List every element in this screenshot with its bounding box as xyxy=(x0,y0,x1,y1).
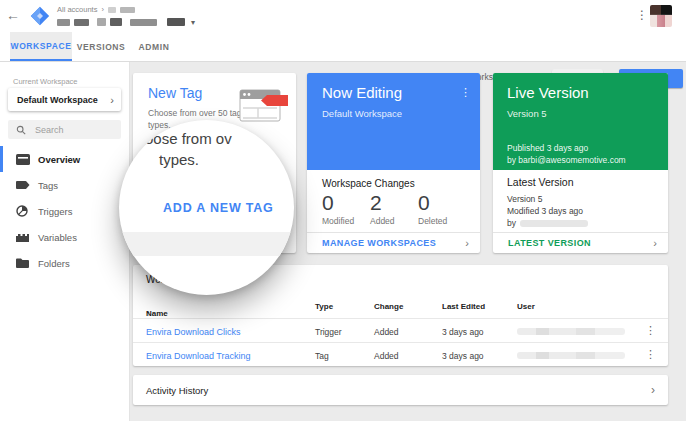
sort-ascending-icon: ↑ xyxy=(146,309,150,318)
stat-label: Deleted xyxy=(418,216,447,226)
tab-admin[interactable]: ADMIN xyxy=(130,32,178,61)
latest-version-heading: Latest Version xyxy=(507,176,574,188)
new-tag-title: New Tag xyxy=(148,85,202,101)
column-change[interactable]: Change xyxy=(374,302,403,311)
row-menu-icon[interactable]: ⋮ xyxy=(645,324,656,337)
sidebar-item-tags[interactable]: Tags xyxy=(0,172,130,198)
redacted-author-name xyxy=(520,220,588,227)
search-icon xyxy=(16,125,26,135)
latest-version-link[interactable]: LATEST VERSION › xyxy=(493,232,668,253)
redacted-account-name xyxy=(57,19,70,26)
back-arrow-icon[interactable]: ← xyxy=(6,7,20,23)
change-name-link[interactable]: Envira Download Clicks xyxy=(146,327,241,337)
redacted-account-name xyxy=(97,18,106,26)
workspace-name: Default Workspace xyxy=(17,95,110,105)
magnified-text: types. xyxy=(159,151,199,168)
account-switcher[interactable]: ▾ xyxy=(57,17,195,27)
redacted-account-name xyxy=(167,18,185,26)
live-version-card: Live Version Version 5 Published 3 days … xyxy=(493,73,668,253)
redacted-user-email xyxy=(517,328,625,335)
column-last-edited[interactable]: Last Edited xyxy=(442,302,485,311)
latest-version-number: Version 5 xyxy=(507,194,542,204)
stat-added: 2 Added xyxy=(370,191,418,226)
sidebar-item-variables[interactable]: Variables xyxy=(0,224,130,250)
change-type: Tag xyxy=(315,351,329,361)
caret-down-icon: ▾ xyxy=(191,18,195,27)
redacted-breadcrumb-segment xyxy=(108,7,116,13)
activity-history-card[interactable]: Activity History › xyxy=(133,375,668,405)
active-indicator xyxy=(0,146,3,172)
live-version-subtitle: Version 5 xyxy=(507,108,547,119)
chevron-right-icon: › xyxy=(465,237,469,249)
tab-bar: WORKSPACE VERSIONS ADMIN Workspace Chang… xyxy=(0,32,686,62)
row-menu-icon[interactable]: ⋮ xyxy=(645,348,656,361)
redacted-account-name xyxy=(74,19,89,26)
sidebar-item-label: Tags xyxy=(38,180,58,191)
variables-icon xyxy=(16,232,30,242)
search-input[interactable]: Search xyxy=(8,120,121,139)
stat-value: 0 xyxy=(322,191,370,215)
redacted-breadcrumb-segment xyxy=(120,7,135,13)
change-kind: Added xyxy=(374,351,399,361)
workspace-changes-label: Workspace Changes xyxy=(322,178,415,189)
magnified-add-new-tag-link[interactable]: ADD A NEW TAG xyxy=(163,201,274,215)
published-date: Published 3 days ago xyxy=(507,143,588,153)
change-last-edited: 3 days ago xyxy=(442,327,484,337)
column-type[interactable]: Type xyxy=(315,302,333,311)
search-placeholder: Search xyxy=(35,125,64,135)
breadcrumb-separator: › xyxy=(101,5,104,14)
table-header-row: Name ↑ Type Change Last Edited User xyxy=(133,295,668,318)
stat-label: Modified xyxy=(322,216,370,226)
trigger-icon xyxy=(16,205,30,217)
chevron-right-icon: › xyxy=(110,94,114,106)
sidebar-item-label: Overview xyxy=(38,154,80,165)
breadcrumb-root: All accounts xyxy=(57,5,97,14)
breadcrumb: All accounts › xyxy=(57,5,135,14)
by-label: by xyxy=(507,218,516,228)
now-editing-card: Now Editing ⋮ Default Workspace Workspac… xyxy=(307,73,480,253)
change-kind: Added xyxy=(374,327,399,337)
sidebar-item-label: Variables xyxy=(38,232,77,243)
manage-workspaces-link[interactable]: MANAGE WORKSPACES › xyxy=(307,232,480,253)
sidebar-item-label: Folders xyxy=(38,258,70,269)
chevron-right-icon: › xyxy=(651,383,655,397)
sidebar-nav: Overview Tags Triggers Variables xyxy=(0,146,130,276)
redacted-account-name xyxy=(110,18,122,26)
latest-version-author: by xyxy=(507,218,588,228)
stat-modified: 0 Modified xyxy=(322,191,370,226)
stat-label: Added xyxy=(370,216,418,226)
magnified-card-edge xyxy=(119,232,294,256)
live-version-title: Live Version xyxy=(507,84,589,101)
redacted-account-name xyxy=(130,19,157,26)
workspace-change-stats: 0 Modified 2 Added 0 Deleted xyxy=(322,191,447,226)
tag-icon xyxy=(16,180,30,190)
sidebar-item-label: Triggers xyxy=(38,206,73,217)
table-row: Envira Download Tracking Tag Added 3 day… xyxy=(133,342,668,366)
tab-workspace[interactable]: WORKSPACE xyxy=(10,32,72,61)
chevron-right-icon: › xyxy=(653,237,657,249)
folder-icon xyxy=(16,258,30,268)
stat-value: 0 xyxy=(418,191,447,215)
sidebar: Current Workspace Default Workspace › Se… xyxy=(0,62,130,421)
change-last-edited: 3 days ago xyxy=(442,351,484,361)
sidebar-item-folders[interactable]: Folders xyxy=(0,250,130,276)
card-menu-icon[interactable]: ⋮ xyxy=(460,86,471,99)
latest-version-modified: Modified 3 days ago xyxy=(507,206,583,216)
published-by: by barbi@awesomemotive.com xyxy=(507,155,626,165)
more-options-icon[interactable]: ⋮ xyxy=(636,8,648,22)
user-avatar[interactable] xyxy=(650,5,672,27)
stat-deleted: 0 Deleted xyxy=(418,191,447,226)
tab-versions[interactable]: VERSIONS xyxy=(72,32,130,61)
sidebar-item-overview[interactable]: Overview xyxy=(0,146,130,172)
sidebar-item-triggers[interactable]: Triggers xyxy=(0,198,130,224)
workspace-selector[interactable]: Default Workspace › xyxy=(8,88,121,111)
now-editing-subtitle: Default Workspace xyxy=(322,108,402,119)
top-bar: ← All accounts › ▾ ⋮ xyxy=(0,0,686,32)
change-type: Trigger xyxy=(315,327,342,337)
magnifier-overlay: oose from ov types. ADD A NEW TAG xyxy=(119,120,294,295)
change-name-link[interactable]: Envira Download Tracking xyxy=(146,351,251,361)
column-user[interactable]: User xyxy=(517,302,535,311)
latest-version-label: LATEST VERSION xyxy=(508,238,653,248)
now-editing-title: Now Editing xyxy=(322,84,402,101)
gtm-logo-icon xyxy=(30,6,50,26)
